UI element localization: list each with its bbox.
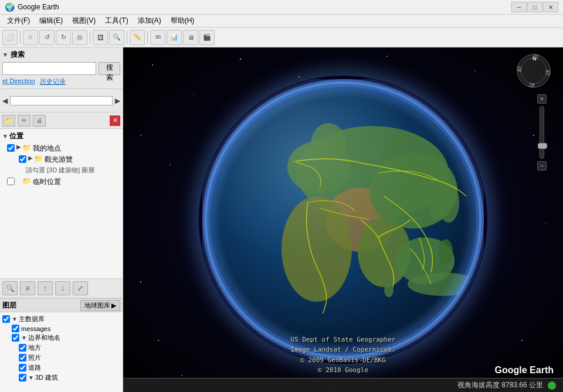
menu-file[interactable]: 文件(F) (2, 15, 35, 27)
minimize-button[interactable]: ─ (511, 2, 527, 12)
toolbar-btn-zoom[interactable]: 🔍 (109, 30, 124, 45)
search-link-history[interactable]: 历史记录 (40, 77, 66, 86)
attribution-line-4: © 2018 Google (291, 365, 396, 376)
map-gallery-btn[interactable]: 地球图库 ▶ (80, 300, 120, 311)
search-section: ▼ 搜索 搜索 et Direction 历史记录 (0, 47, 123, 89)
layer-photos-cb[interactable] (19, 354, 26, 362)
nav-right-arrow[interactable]: ▶ (115, 97, 120, 105)
places-new-btn[interactable]: 📁 (2, 115, 15, 127)
layer-places: 地方 (19, 343, 120, 352)
places-btn-down[interactable]: ↓ (55, 281, 70, 295)
svg-point-3 (299, 76, 300, 77)
search-header: ▼ 搜索 (2, 50, 120, 60)
places-btn-list[interactable]: ≡ (20, 281, 35, 295)
svg-point-1 (193, 94, 194, 95)
toolbar-btn-video[interactable]: 🎬 (199, 30, 215, 45)
toolbar-btn-image[interactable]: 🖼 (93, 30, 108, 45)
map-gallery-arrow: ▶ (111, 302, 116, 309)
altitude-status: 视角海拔高度 8783.66 公里 (457, 380, 543, 390)
toolbar-btn-star[interactable]: ☆ (23, 30, 38, 45)
nav-slider[interactable] (10, 96, 113, 105)
ge-watermark: Google Earth (495, 365, 554, 376)
places-btn-expand[interactable]: ⤢ (73, 281, 88, 295)
zoom-track[interactable] (540, 106, 544, 159)
compass[interactable]: N (516, 53, 551, 88)
earth-view[interactable]: N + − US Dept of State Geographer Image … (123, 47, 563, 392)
temp-places-checkbox[interactable] (7, 178, 15, 185)
search-links: et Direction 历史记录 (2, 77, 120, 86)
attribution: US Dept of State Geographer Image Landsa… (291, 335, 396, 376)
title-text: Google Earth (18, 3, 511, 11)
places-collapse-arrow[interactable]: ▼ (2, 133, 8, 139)
zoom-out-btn[interactable]: − (537, 161, 547, 171)
tourist-checkbox[interactable] (19, 155, 26, 163)
toolbar-separator-2 (90, 31, 90, 44)
my-places-checkbox[interactable] (7, 144, 15, 152)
layer-main-db-cb[interactable] (2, 315, 10, 323)
zoom-handle[interactable] (538, 143, 547, 149)
svg-point-8 (169, 164, 171, 165)
nav-left-arrow[interactable]: ◀ (2, 97, 8, 105)
toolbar-btn-screen[interactable]: 🖥 (183, 30, 198, 45)
tourist-expand[interactable]: ▶ (28, 155, 33, 161)
toolbar-btn-undo[interactable]: ↺ (39, 30, 55, 45)
menu-view[interactable]: 视图(V) (67, 15, 100, 27)
tourist-label: 觀光游覽 (45, 155, 73, 165)
layers-label: 图层 (2, 301, 80, 311)
layer-main-expand[interactable]: ▼ (12, 316, 18, 322)
search-button[interactable]: 搜索 (99, 62, 120, 75)
zoom-in-btn[interactable]: + (537, 94, 547, 104)
svg-point-40 (521, 58, 547, 84)
temp-label: 临时位置 (33, 177, 61, 187)
places-edit-btn[interactable]: ✏ (18, 115, 30, 127)
search-link-direction[interactable]: et Direction (2, 77, 35, 86)
layer-roads-label: 道路 (28, 363, 41, 372)
close-button[interactable]: ✕ (543, 2, 558, 12)
menu-edit[interactable]: 编辑(E) (35, 15, 67, 27)
layer-places-cb[interactable] (19, 344, 26, 352)
layer-3d: ▼ 3D 建筑 (19, 373, 120, 382)
layer-roads-cb[interactable] (19, 364, 26, 371)
layer-3d-cb[interactable] (19, 374, 26, 381)
toolbar-btn-circle[interactable]: ◎ (72, 30, 87, 45)
layer-borders-label: 边界和地名 (28, 333, 60, 342)
nav-area: ◀ ▶ (0, 89, 123, 113)
attribution-line-3: © 2009 GeoBasis-DE/BKG (291, 355, 396, 366)
toolbar-btn-chart[interactable]: 📊 (167, 30, 182, 45)
layer-borders-cb[interactable] (12, 334, 19, 342)
window-controls: ─ □ ✕ (511, 2, 558, 12)
app-icon: 🌍 (5, 2, 15, 12)
my-places-expand[interactable]: ▶ (16, 144, 21, 150)
layer-photos: 照片 (19, 353, 120, 362)
places-my-places: ▶ 📁 我的地点 (7, 144, 120, 154)
places-print-btn[interactable]: 🖨 (33, 115, 46, 127)
places-close-btn[interactable]: ✕ (110, 115, 120, 126)
layers-content: ▼ 主数据库 messages ▼ 边界和地名 地方 (0, 312, 123, 392)
toolbar-btn-redo[interactable]: ↻ (56, 30, 71, 45)
layer-messages-cb[interactable] (12, 325, 19, 332)
svg-point-12 (158, 340, 159, 341)
svg-point-11 (140, 281, 141, 282)
places-toolbar: 📁 ✏ 🖨 ✕ (0, 113, 123, 129)
menu-add[interactable]: 添加(A) (133, 15, 166, 27)
toolbar-btn-ruler[interactable]: 📏 (130, 30, 145, 45)
layer-photos-label: 照片 (28, 353, 41, 362)
search-input[interactable] (2, 62, 96, 75)
places-btn-search[interactable]: 🔍 (2, 281, 18, 295)
layer-3d-expand[interactable]: ▼ (28, 374, 34, 381)
maximize-button[interactable]: □ (527, 2, 542, 12)
toolbar-btn-email[interactable]: ✉ (150, 30, 165, 45)
toolbar-separator-4 (147, 31, 148, 44)
earth-globe[interactable] (202, 79, 484, 360)
layer-borders: ▼ 边界和地名 (12, 333, 120, 342)
search-collapse-arrow[interactable]: ▼ (2, 52, 8, 58)
menu-tools[interactable]: 工具(T) (100, 15, 133, 27)
toolbar-separator-1 (20, 31, 21, 44)
menu-help[interactable]: 帮助(H) (166, 15, 199, 27)
layer-main-db: ▼ 主数据库 (2, 315, 120, 323)
temp-places-item: ▶ 📁 临时位置 (7, 177, 120, 187)
my-places-folder-icon: 📁 (22, 144, 31, 152)
toolbar-btn-square[interactable]: ⬜ (2, 30, 18, 45)
layer-borders-expand[interactable]: ▼ (21, 335, 27, 341)
places-btn-up[interactable]: ↑ (38, 281, 53, 295)
